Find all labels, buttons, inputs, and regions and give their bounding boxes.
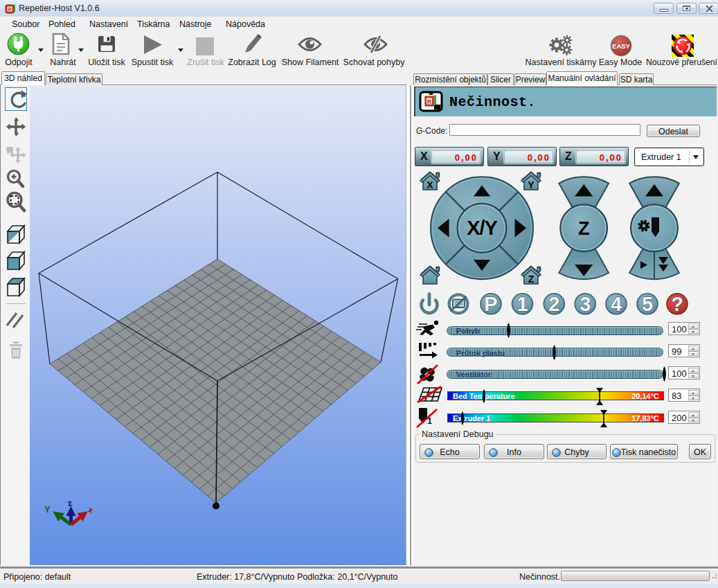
- svg-text:Z: Z: [528, 274, 535, 285]
- svg-text:R: R: [427, 98, 432, 105]
- svg-text:X/Y: X/Y: [467, 217, 497, 239]
- svg-text:Y: Y: [44, 504, 51, 515]
- svg-text:X: X: [427, 179, 433, 190]
- svg-text:P: P: [484, 293, 497, 315]
- svg-text:5: 5: [642, 293, 653, 315]
- svg-text:Z: Z: [578, 218, 590, 239]
- svg-text:EASY: EASY: [612, 42, 631, 50]
- svg-text:?: ?: [671, 293, 683, 315]
- svg-text:1: 1: [517, 293, 528, 315]
- svg-text:R: R: [8, 7, 11, 12]
- svg-text:Y: Y: [528, 179, 535, 190]
- svg-text:4: 4: [611, 293, 622, 315]
- svg-text:3: 3: [580, 293, 591, 315]
- svg-text:2: 2: [548, 293, 559, 315]
